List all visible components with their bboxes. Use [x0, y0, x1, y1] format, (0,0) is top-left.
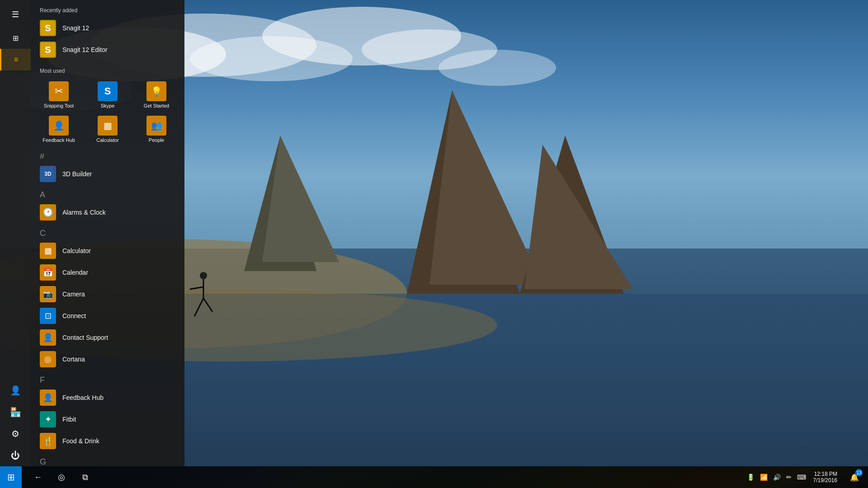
- list-item[interactable]: 👤 Feedback Hub: [34, 112, 83, 146]
- alarms-clock-label: Alarms & Clock: [62, 209, 106, 216]
- task-view-button[interactable]: ⧉: [74, 466, 96, 488]
- food-drink-label: Food & Drink: [62, 437, 99, 445]
- feedback-hub-label: Feedback Hub: [62, 394, 104, 401]
- keyboard-icon[interactable]: ⌨: [797, 474, 806, 481]
- app-list-panel: Recently added S Snagit 12 S Snagit 12 E…: [31, 0, 184, 466]
- food-drink-icon: 🍴: [40, 433, 56, 449]
- battery-icon[interactable]: 🔋: [747, 474, 755, 481]
- cortana-button[interactable]: ◎: [51, 466, 72, 488]
- pen-icon[interactable]: ✏: [786, 474, 792, 481]
- list-item[interactable]: 3D 3D Builder: [31, 163, 184, 185]
- hamburger-icon: ☰: [12, 9, 19, 19]
- camera-label: Camera: [62, 291, 85, 298]
- task-view-icon: ⧉: [82, 473, 88, 482]
- clock-date: 7/19/2016: [813, 477, 837, 483]
- snagit12-icon: S: [40, 20, 56, 36]
- calendar-icon: 📅: [40, 264, 56, 281]
- tiles-icon: ⊞: [13, 34, 19, 42]
- list-item[interactable]: ◎ Cortana: [31, 348, 184, 370]
- skype-icon: S: [98, 81, 118, 101]
- list-item[interactable]: S Skype: [83, 78, 132, 112]
- alpha-header-c: C: [31, 223, 184, 240]
- start-button[interactable]: ⊞: [0, 466, 22, 488]
- user-button[interactable]: 👤: [0, 380, 31, 401]
- alpha-header-a: A: [31, 185, 184, 202]
- list-item[interactable]: 👥 People: [132, 112, 181, 146]
- snagit12editor-icon: S: [40, 42, 56, 58]
- calculator-label: Calculator: [62, 247, 91, 254]
- hamburger-button[interactable]: ☰: [0, 4, 31, 25]
- feedback-hub-icon-mostused: 👤: [49, 116, 69, 136]
- list-item[interactable]: ✦ Fitbit: [31, 408, 184, 430]
- back-icon: ←: [34, 473, 42, 482]
- recently-added-label: Recently added: [31, 0, 184, 17]
- calculator-icon: ▦: [40, 243, 56, 259]
- list-item[interactable]: 👤 Contact Support: [31, 327, 184, 348]
- notification-badge: 13: [855, 469, 863, 476]
- list-item[interactable]: ✂ Snipping Tool: [34, 78, 83, 112]
- system-tray: 🔋 📶 🔊 ✏ ⌨: [747, 474, 806, 481]
- camera-icon: 📷: [40, 286, 56, 302]
- user-icon: 👤: [10, 385, 21, 396]
- list-button[interactable]: ≡: [0, 49, 31, 70]
- volume-icon[interactable]: 🔊: [773, 474, 781, 481]
- power-icon: ⏻: [11, 450, 20, 461]
- wifi-icon[interactable]: 📶: [760, 474, 768, 481]
- settings-button[interactable]: ⚙: [0, 423, 31, 445]
- snagit12-label: Snagit 12: [62, 24, 89, 32]
- list-item[interactable]: S Snagit 12: [31, 17, 184, 39]
- snipping-tool-icon: ✂: [49, 81, 69, 101]
- store-icon: 🏪: [10, 407, 21, 418]
- start-menu-sidebar: ☰ ⊞ ≡ 👤 🏪 ⚙ ⏻: [0, 0, 31, 466]
- calculator-icon-mostused: ▦: [98, 116, 118, 136]
- cortana-label: Cortana: [62, 356, 85, 363]
- notification-button[interactable]: 🔔 13: [844, 466, 864, 488]
- connect-icon: ⊡: [40, 308, 56, 324]
- people-icon: 👥: [146, 116, 166, 136]
- list-item[interactable]: 🕐 Alarms & Clock: [31, 202, 184, 223]
- get-started-icon: 💡: [146, 81, 166, 101]
- svg-point-7: [439, 50, 556, 86]
- feedback-hub-icon: 👤: [40, 389, 56, 406]
- back-button[interactable]: ←: [27, 466, 49, 488]
- list-item[interactable]: S Snagit 12 Editor: [31, 39, 184, 61]
- contact-support-label: Contact Support: [62, 334, 108, 341]
- list-item[interactable]: 📷 Camera: [31, 283, 184, 305]
- list-item[interactable]: ▦ Calculator: [83, 112, 132, 146]
- most-used-label: Most used: [31, 61, 184, 78]
- list-item[interactable]: 👤 Feedback Hub: [31, 387, 184, 408]
- alpha-header-hash: #: [31, 146, 184, 163]
- contact-support-icon: 👤: [40, 329, 56, 346]
- list-icon: ≡: [14, 56, 18, 64]
- list-item[interactable]: ⊡ Connect: [31, 305, 184, 327]
- connect-label: Connect: [62, 312, 86, 319]
- list-item[interactable]: 💡 Get Started: [132, 78, 181, 112]
- cortana-icon: ◎: [40, 351, 56, 367]
- fitbit-icon: ✦: [40, 411, 56, 427]
- settings-icon: ⚙: [11, 428, 19, 439]
- taskbar: ← ◎ ⧉ 🔋 📶 🔊 ✏ ⌨ 12:18 PM 7/19/2016 🔔 13: [0, 466, 868, 488]
- alpha-header-g: G: [31, 452, 184, 466]
- tiles-button[interactable]: ⊞: [0, 27, 31, 49]
- power-button[interactable]: ⏻: [0, 445, 31, 466]
- clock[interactable]: 12:18 PM 7/19/2016: [813, 471, 837, 483]
- alpha-header-f: F: [31, 370, 184, 387]
- fitbit-label: Fitbit: [62, 416, 76, 423]
- list-item[interactable]: 📅 Calendar: [31, 262, 184, 283]
- windows-logo: ⊞: [7, 472, 15, 483]
- alarms-clock-icon: 🕐: [40, 204, 56, 221]
- snagit12editor-label: Snagit 12 Editor: [62, 46, 108, 53]
- list-item[interactable]: 🍴 Food & Drink: [31, 430, 184, 452]
- 3d-builder-label: 3D Builder: [62, 170, 92, 178]
- store-button[interactable]: 🏪: [0, 401, 31, 423]
- 3d-builder-icon: 3D: [40, 166, 56, 182]
- list-item[interactable]: ▦ Calculator: [31, 240, 184, 262]
- cortana-taskbar-icon: ◎: [58, 472, 65, 482]
- calendar-label: Calendar: [62, 269, 88, 276]
- clock-time: 12:18 PM: [814, 471, 837, 477]
- svg-point-18: [200, 272, 207, 279]
- taskbar-right: 🔋 📶 🔊 ✏ ⌨ 12:18 PM 7/19/2016 🔔 13: [747, 466, 864, 488]
